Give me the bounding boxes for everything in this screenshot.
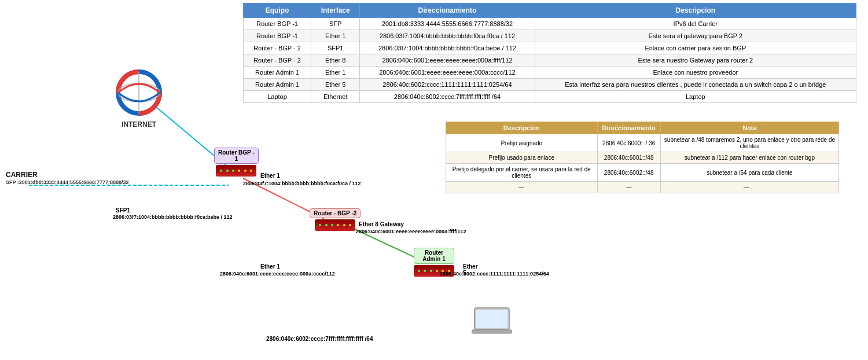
router-bgp2: Router - BGP -2 xyxy=(310,208,361,231)
bgp2-sfp1-addr: 2806:03f7:1004:bbbb:bbbb:bbbb:f0ca:bebe … xyxy=(113,214,233,220)
bgp2-ether8-label: Ether 8 Gateway xyxy=(359,221,404,227)
table-cell: — xyxy=(597,182,660,193)
router-bgp2-icon xyxy=(315,219,355,231)
admin1-ether1-label: Ether 1 xyxy=(260,263,280,270)
svg-rect-10 xyxy=(476,310,507,328)
admin1-ether1-addr: 2806:040c:6001:eeee:eeee:eeee:000a:cccc/… xyxy=(220,271,335,277)
table-row: Prefijo asignado2806:40c:6000:: / 36subn… xyxy=(446,134,839,152)
bgp1-ether1-label: Ether 1 xyxy=(260,172,280,179)
table-cell: Este sera el gateway para BGP 2 xyxy=(535,30,856,42)
internet-cloud: INTERNET xyxy=(101,69,176,128)
router-bgp1-label: Router BGP -1 xyxy=(214,148,259,164)
table-cell: Enlace con carrier para sesion BGP xyxy=(535,42,856,54)
sec-table-header: Nota xyxy=(660,122,838,134)
table-cell: IPv6 del Carrier xyxy=(535,18,856,30)
table-cell: subnetear a /112 para hacer enlace con r… xyxy=(660,152,838,164)
bgp2-ether8-addr: 2806:040c:6001:eeee:eeee:eeee:000a:ffff/… xyxy=(356,229,466,234)
router-bgp1: Router BGP -1 xyxy=(214,148,259,177)
bgp2-sfp1-label: SFP1 xyxy=(116,207,130,214)
router-bgp2-label: Router - BGP -2 xyxy=(310,208,361,218)
table-cell: 2806:40c:6002::/48 xyxy=(597,164,660,182)
table-row: ——— . . xyxy=(446,182,839,193)
router-admin1-label: Router Admin 1 xyxy=(414,248,454,264)
network-diagram: INTERNET CARRIER SFP :2001:db8:3333:4444… xyxy=(0,0,446,360)
svg-rect-11 xyxy=(472,330,512,333)
carrier-label: CARRIER xyxy=(6,171,38,179)
router-bgp1-icon xyxy=(216,165,256,177)
table-cell: 2806:40c:6001::/48 xyxy=(597,152,660,164)
table-cell: Laptop xyxy=(535,91,856,103)
admin1-ether5-addr: 2806:40c:6002:cccc:1111:1111:1111:0254/6… xyxy=(440,271,549,277)
table-cell: Enlace con nuestro proveedor xyxy=(535,67,856,79)
main-table-header: Descripcion xyxy=(535,3,856,18)
carrier-sfp-label: SFP :2001:db8:3333:4444:5555:6666:7777:8… xyxy=(6,179,128,185)
table-row: Prefijo delegado por el carrier, se usar… xyxy=(446,164,839,182)
internet-label: INTERNET xyxy=(101,120,176,128)
table-cell: — . . xyxy=(660,182,838,193)
cloud-icon xyxy=(104,69,174,116)
table-cell: 2806:40c:6000:: / 36 xyxy=(597,134,660,152)
table-cell: Prefijo delegado por el carrier, se usar… xyxy=(446,164,598,182)
table-cell: Prefijo usado para enlace xyxy=(446,152,598,164)
table-cell: Esta interfaz sera para nuestros cliente… xyxy=(535,79,856,91)
laptop-addr: 2806:040c:6002:cccc:7fff:ffff:ffff:ffff … xyxy=(266,336,373,342)
laptop-diagram xyxy=(472,307,512,341)
table-cell: subnetear a /48 tomaremos 2, uno para en… xyxy=(660,134,838,152)
sec-table-header: Descripcion xyxy=(446,122,598,134)
table-cell: — xyxy=(446,182,598,193)
table-row: Prefijo usado para enlace2806:40c:6001::… xyxy=(446,152,839,164)
table-cell: subnetear a /64 para cada cliente xyxy=(660,164,838,182)
bgp1-ether1-addr: 2806:03f7:1004:bbbb:bbbb:bbbb:f0ca:f0ca … xyxy=(243,181,361,186)
table-cell: Este sera nuestro Gateway para router 2 xyxy=(535,54,856,67)
table-cell: Prefijo asignado xyxy=(446,134,598,152)
secondary-table: DescripcionDireccionamientoNota Prefijo … xyxy=(446,122,839,193)
laptop-icon xyxy=(472,307,512,339)
sec-table-header: Direccionamiento xyxy=(597,122,660,134)
